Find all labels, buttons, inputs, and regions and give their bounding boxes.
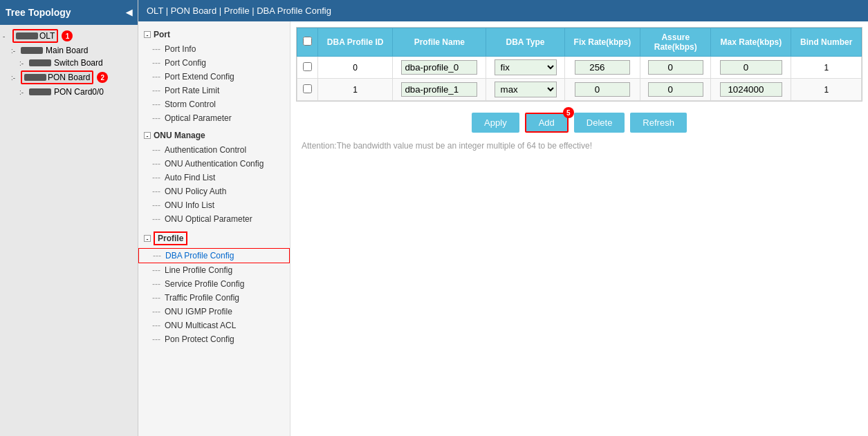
action-bar: Apply Add 5 Delete Refresh [296, 102, 862, 138]
nav-item-onu-igmp-profile[interactable]: --- ONU IGMP Profile [138, 305, 290, 319]
nav-item-onu-info-list[interactable]: --- ONU Info List [138, 198, 290, 212]
nav-item-dba-profile-config[interactable]: --- DBA Profile Config [138, 248, 290, 263]
dash-icon: --- [152, 307, 160, 316]
nav-item-onu-multicast-acl[interactable]: --- ONU Multicast ACL [138, 319, 290, 332]
nav-item-pon-protect-config[interactable]: --- Pon Protect Config [138, 332, 290, 346]
dash-icon: --- [152, 187, 160, 196]
nav-item-traffic-profile-config[interactable]: --- Traffic Profile Config [138, 291, 290, 305]
dba-type-select[interactable]: fixmaxassureassure+fixassure+max [495, 82, 557, 97]
row-bind-number: 1 [791, 57, 862, 79]
fix-rate-input[interactable] [575, 60, 630, 75]
row-assure-rate [640, 57, 711, 79]
nav-section-onu-manage[interactable]: - ONU Manage [138, 128, 290, 143]
nav-label-dba-profile-config: DBA Profile Config [165, 251, 234, 260]
profile-section-label: Profile [154, 231, 187, 245]
row-checkbox[interactable] [303, 84, 312, 93]
nav-label-onu-optical-parameter: ONU Optical Parameter [165, 214, 252, 224]
dash-icon: --- [152, 113, 160, 123]
nav-label-pon-protect-config: Pon Protect Config [165, 334, 234, 344]
olt-device-box: OLT [12, 29, 58, 43]
main-content: OLT | PON Board | Profile | DBA Profile … [138, 0, 868, 436]
pon-card-icon [29, 88, 51, 95]
dash-icon: --- [153, 251, 161, 260]
dash-icon: --- [152, 200, 160, 210]
sidebar-item-switch-board[interactable]: :- Switch Board [0, 57, 138, 69]
pon-board-label: PON Board [48, 73, 90, 82]
col-header-profile-name: Profile Name [393, 28, 486, 57]
nav-section-port[interactable]: - Port [138, 27, 290, 42]
row-assure-rate [640, 79, 711, 101]
data-table-container: DBA Profile ID Profile Name DBA Type Fix… [296, 27, 862, 102]
nav-item-port-rate-limit[interactable]: --- Port Rate Limit [138, 84, 290, 97]
port-section-icon: - [144, 31, 151, 38]
row-profile-name [393, 79, 486, 101]
attention-text: Attention:The bandwidth value must be an… [296, 138, 862, 153]
nav-item-port-info[interactable]: --- Port Info [138, 42, 290, 56]
nav-item-service-profile-config[interactable]: --- Service Profile Config [138, 277, 290, 291]
sidebar-item-pon-board[interactable]: :- PON Board 2 [0, 69, 138, 86]
profile-name-input[interactable] [401, 60, 477, 75]
nav-label-auto-find-list: Auto Find List [165, 173, 215, 182]
expand-icon-switch-board: :- [19, 59, 26, 67]
assure-rate-input[interactable] [648, 82, 703, 97]
dash-icon: --- [152, 293, 160, 303]
nav-label-onu-igmp-profile: ONU IGMP Profile [165, 307, 232, 316]
assure-rate-input[interactable] [648, 60, 703, 75]
row-id: 1 [318, 79, 393, 101]
add-button[interactable]: Add [525, 113, 569, 133]
pon-card-label: PON Card0/0 [54, 87, 104, 97]
main-board-label: Main Board [46, 46, 88, 55]
dba-type-select[interactable]: fixmaxassureassure+fixassure+max [495, 59, 557, 75]
row-checkbox[interactable] [303, 62, 312, 71]
dash-icon: --- [152, 321, 160, 330]
sidebar-item-main-board[interactable]: :- Main Board [0, 44, 138, 57]
olt-label: OLT [39, 31, 55, 41]
sidebar-item-olt[interactable]: - OLT 1 [0, 25, 138, 44]
col-header-checkbox [297, 28, 318, 57]
pon-board-icon [24, 74, 46, 81]
nav-item-onu-policy-auth[interactable]: --- ONU Policy Auth [138, 184, 290, 198]
profile-name-input[interactable] [401, 82, 477, 97]
table-row: 1fixmaxassureassure+fixassure+max1 [297, 79, 862, 101]
nav-item-line-profile-config[interactable]: --- Line Profile Config [138, 263, 290, 277]
expand-icon-pon-board: :- [11, 74, 18, 82]
nav-item-onu-optical-parameter[interactable]: --- ONU Optical Parameter [138, 212, 290, 226]
nav-item-storm-control[interactable]: --- Storm Control [138, 97, 290, 111]
nav-item-port-extend-config[interactable]: --- Port Extend Config [138, 70, 290, 84]
dash-icon: --- [152, 86, 160, 95]
nav-item-auto-find-list[interactable]: --- Auto Find List [138, 171, 290, 184]
content-area: - Port --- Port Info --- Port Config ---… [138, 21, 868, 436]
nav-item-optical-parameter[interactable]: --- Optical Parameter [138, 111, 290, 125]
max-rate-input[interactable] [720, 82, 782, 97]
col-header-fix-rate: Fix Rate(kbps) [564, 28, 640, 57]
sidebar-header: Tree Topology ◀ [0, 0, 138, 25]
nav-item-port-config[interactable]: --- Port Config [138, 56, 290, 70]
expand-icon-main-board: :- [11, 47, 18, 55]
nav-label-port-info: Port Info [165, 44, 196, 54]
expand-icon-olt: - [3, 32, 10, 40]
row-fix-rate [564, 79, 640, 101]
nav-section-profile[interactable]: - Profile [138, 229, 290, 248]
nav-label-authentication-control: Authentication Control [165, 145, 246, 155]
dash-icon: --- [152, 159, 160, 169]
select-all-checkbox[interactable] [303, 37, 312, 46]
sidebar-item-pon-card[interactable]: :- PON Card0/0 [0, 86, 138, 98]
delete-button[interactable]: Delete [574, 113, 625, 133]
dash-icon: --- [152, 99, 160, 109]
breadcrumb: OLT | PON Board | Profile | DBA Profile … [138, 0, 868, 21]
sidebar-title: Tree Topology [6, 7, 71, 18]
nav-label-traffic-profile-config: Traffic Profile Config [165, 293, 239, 303]
fix-rate-input[interactable] [575, 82, 630, 97]
max-rate-input[interactable] [720, 60, 782, 75]
col-header-dba-type: DBA Type [486, 28, 564, 57]
switch-board-icon [29, 59, 51, 66]
nav-item-onu-authentication-config[interactable]: --- ONU Authentication Config [138, 157, 290, 171]
nav-item-authentication-control[interactable]: --- Authentication Control [138, 143, 290, 157]
refresh-button[interactable]: Refresh [630, 113, 687, 133]
row-bind-number: 1 [791, 79, 862, 101]
sidebar-collapse-button[interactable]: ◀ [126, 8, 132, 17]
add-badge: 5 [563, 107, 574, 118]
pon-board-box: PON Board [21, 70, 93, 84]
table-row: 0fixmaxassureassure+fixassure+max1 [297, 57, 862, 79]
apply-button[interactable]: Apply [472, 113, 519, 133]
